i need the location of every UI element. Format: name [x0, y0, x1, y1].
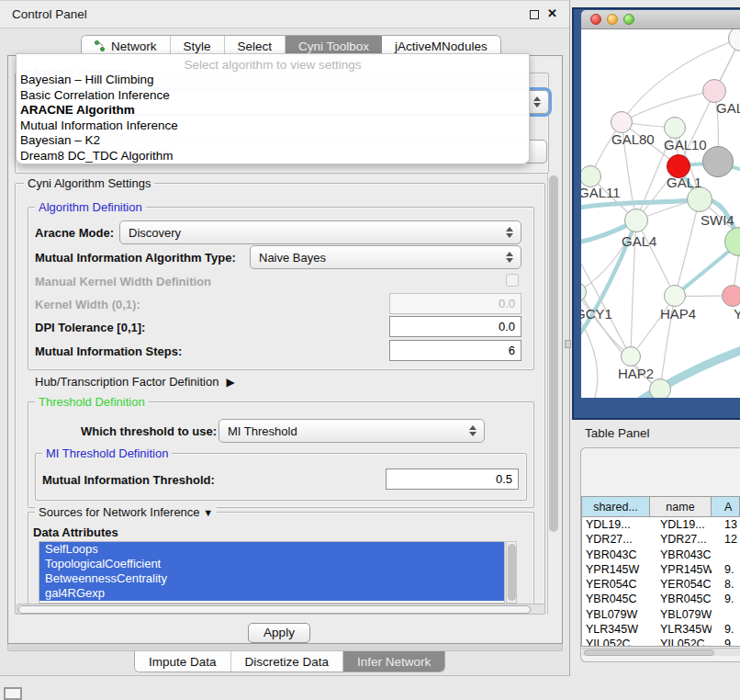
table-row[interactable]: YBR043CYBR043C	[582, 548, 740, 562]
dropdown-item[interactable]: Basic Correlation Inference	[17, 88, 529, 104]
column-header-1[interactable]: shared...	[582, 497, 650, 516]
mi-threshold-group-title: MI Threshold Definition	[42, 446, 172, 460]
hub-definition-expander[interactable]: Hub/Transcription Factor Definition▶	[35, 375, 235, 389]
table-cell: YER054C	[582, 577, 650, 592]
which-threshold-combo[interactable]: MI Threshold	[219, 419, 485, 443]
data-attributes-list[interactable]: SelfLoopsTopologicalCoefficientBetweenne…	[39, 541, 505, 604]
table-row[interactable]: YLR345WYLR345W9.	[582, 622, 740, 637]
network-edge	[636, 220, 675, 296]
node-gray[interactable]	[702, 146, 734, 177]
list-scrollbar[interactable]	[506, 541, 517, 604]
node-label-GAL80: GAL80	[611, 131, 655, 147]
table-cell	[712, 607, 740, 622]
bottom-tab-discretize-data[interactable]: Discretize Data	[231, 651, 344, 672]
mi-type-value: Naive Bayes	[259, 251, 326, 265]
minimize-traffic-light[interactable]	[607, 14, 618, 25]
dropdown-item[interactable]: Bayesian – Hill Climbing	[17, 73, 529, 88]
table-cell: YLR345W	[650, 622, 712, 637]
node-label-GAL10: GAL10	[664, 137, 707, 152]
node-salmon[interactable]	[722, 285, 740, 307]
table-row[interactable]: YBR045CYBR045C9.	[582, 592, 740, 606]
table-row[interactable]: YER054CYER054C8.	[582, 577, 740, 592]
table-cell: YDL19...	[582, 517, 650, 532]
bottom-tab-infer-network[interactable]: Infer Network	[343, 651, 444, 672]
settings-horizontal-scrollbar-thumb[interactable]	[18, 605, 531, 614]
close-icon[interactable]: ✕	[547, 6, 557, 20]
dropdown-prompt: Select algorithm to view settings	[17, 57, 529, 73]
table-toolbar: ⚙ ✓✓	[580, 453, 740, 493]
close-traffic-light[interactable]	[590, 14, 601, 25]
data-attributes-label: Data Attributes	[33, 525, 118, 539]
table-horizontal-scrollbar-thumb[interactable]	[584, 649, 714, 656]
node-GAL10[interactable]	[664, 117, 686, 139]
float-window-icon[interactable]	[530, 10, 539, 19]
collapse-down-arrow-icon: ▼	[203, 507, 213, 518]
data-attribute-item[interactable]: BetweennessCentrality	[39, 571, 504, 586]
dropdown-item[interactable]: Bayesian – K2	[17, 133, 529, 149]
node-label-GAL4: GAL4	[622, 233, 656, 249]
network-edge	[675, 199, 700, 296]
mi-threshold-field[interactable]: 0.5	[386, 469, 519, 490]
data-attribute-item[interactable]: TopologicalCoefficient	[39, 557, 504, 571]
table-panel-title: Table Panel	[585, 426, 650, 440]
tab-label: jActiveMNodules	[395, 40, 488, 53]
dropdown-item[interactable]: Mutual Information Inference	[17, 119, 529, 134]
network-tab-icon	[95, 40, 107, 52]
mi-steps-field[interactable]: 6	[389, 340, 521, 361]
cyni-bottom-tabs: Impute DataDiscretize DataInfer Network	[134, 651, 445, 672]
table-row[interactable]: YPR145WYPR145W9.	[582, 562, 740, 577]
kernel-width-label: Kernel Width (0,1):	[35, 298, 140, 311]
sources-group-title[interactable]: Sources for Network Inference ▼	[35, 505, 217, 519]
node-HAP2[interactable]	[621, 346, 641, 367]
node-label-GAL1: GAL1	[667, 175, 701, 190]
mi-type-combo[interactable]: Naive Bayes	[250, 245, 521, 269]
combo-spinner-icon	[506, 252, 513, 263]
panel-bottom-gutter	[7, 644, 563, 651]
table-cell: YIL052C	[582, 637, 650, 647]
table-cell: 8.	[712, 577, 740, 592]
data-attribute-item[interactable]: SelfLoops	[39, 542, 504, 557]
list-scrollbar-thumb[interactable]	[508, 544, 516, 601]
manual-kernel-checkbox[interactable]	[506, 274, 519, 287]
dropdown-item[interactable]: ARACNE Algorithm	[17, 103, 529, 119]
combo-spinner-icon	[469, 425, 477, 436]
table-cell: 12	[712, 532, 740, 547]
table-cell: 9.	[712, 622, 740, 637]
dropdown-item[interactable]: Dream8 DC_TDC Algorithm	[17, 149, 529, 164]
table-row[interactable]: YDL19...YDL19...13	[582, 517, 740, 532]
column-header-3[interactable]: A	[712, 497, 740, 516]
node-GAL1[interactable]	[687, 186, 712, 212]
algorithm-dropdown-popup: Select algorithm to view settings Bayesi…	[16, 53, 530, 164]
algorithm-definition-title: Algorithm Definition	[35, 200, 146, 214]
node-label-HAP4: HAP4	[660, 306, 696, 322]
bottom-tab-impute-data[interactable]: Impute Data	[135, 651, 231, 672]
table-body: YDL19...YDL19...13YDR27...YDR27...12YBR0…	[582, 517, 740, 647]
kernel-width-field[interactable]: 0.0	[389, 293, 521, 314]
splitpane-divider-handle[interactable]	[565, 340, 571, 348]
aracne-mode-combo[interactable]: Discovery	[119, 220, 521, 244]
table-row[interactable]: YIL052CYIL052C9	[582, 637, 740, 647]
apply-button[interactable]: Apply	[248, 623, 310, 643]
collapsed-panel-icon[interactable]	[4, 687, 22, 700]
network-canvas[interactable]: GALGAL80GAL10GAL1GAL11GAL4SWI4GCY1HAP4YH…	[581, 29, 740, 398]
node-GAL4[interactable]	[624, 209, 648, 232]
control-panel-title: Control Panel	[12, 7, 87, 21]
node-HAP4[interactable]	[664, 285, 686, 307]
data-attribute-item[interactable]: gal4RGexp	[39, 586, 504, 601]
network-window-titlebar[interactable]	[581, 10, 740, 29]
table-cell: YDR27...	[650, 532, 712, 547]
table-cell: 9.	[712, 592, 740, 606]
dpi-tolerance-label: DPI Tolerance [0,1]:	[35, 321, 145, 334]
node-bottom[interactable]	[649, 378, 671, 398]
node-GAL80[interactable]	[611, 111, 633, 133]
settings-vertical-scrollbar-thumb[interactable]	[549, 175, 558, 532]
column-header-2[interactable]: name	[650, 497, 712, 516]
table-row[interactable]: YBL079WYBL079W	[582, 607, 740, 622]
zoom-traffic-light[interactable]	[623, 14, 634, 25]
combo-spinner-icon	[533, 96, 541, 107]
table-row[interactable]: YDR27...YDR27...12	[582, 532, 740, 547]
node-label-SWI4: SWI4	[701, 212, 734, 228]
node-table[interactable]: shared...nameA YDL19...YDL19...13YDR27..…	[581, 496, 740, 647]
tab-label: Network	[111, 40, 157, 53]
dpi-tolerance-field[interactable]: 0.0	[389, 316, 521, 337]
